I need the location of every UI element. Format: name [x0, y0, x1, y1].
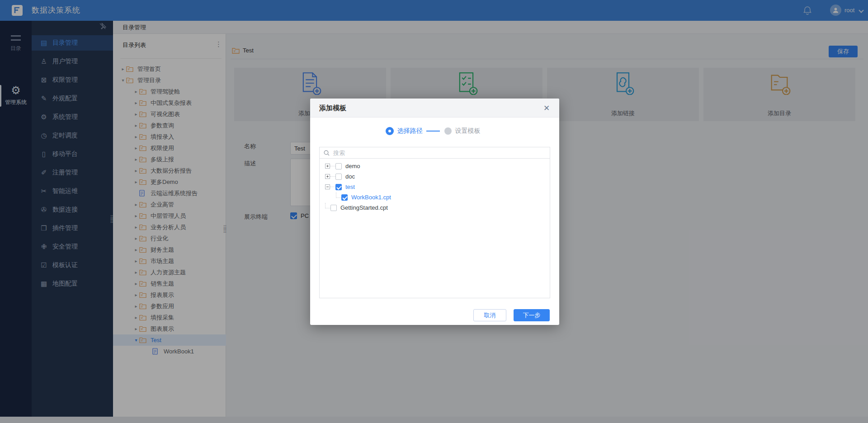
modal-tree-item[interactable]: GettingStarted.cpt [320, 202, 550, 213]
search-icon [324, 150, 330, 156]
collapse-minus-icon[interactable] [325, 184, 330, 189]
dialog-header: 添加模板 ✕ [310, 99, 559, 118]
step-indicator: 选择路径 设置模板 [310, 127, 559, 135]
expand-plus-icon[interactable] [325, 164, 330, 169]
step-connector [426, 131, 440, 132]
modal-tree-item[interactable]: demo [320, 161, 550, 171]
modal-tree-item-label: WorkBook1.cpt [351, 194, 391, 201]
template-tree: demodoctestWorkBook1.cptGettingStarted.c… [319, 159, 550, 298]
add-template-dialog: 添加模板 ✕ 选择路径 设置模板 demodoctestWorkBook1.cp… [310, 99, 559, 325]
tree-connector [336, 193, 341, 198]
modal-tree-item-label: GettingStarted.cpt [340, 204, 388, 211]
checkbox[interactable] [330, 205, 337, 211]
next-step-button[interactable]: 下一步 [514, 309, 550, 321]
modal-tree-item-label: doc [345, 173, 355, 180]
template-search [319, 147, 550, 159]
step1-radio-icon [386, 127, 394, 135]
checkbox[interactable] [341, 194, 348, 201]
step2-label: 设置模板 [455, 127, 481, 135]
tree-connector [325, 203, 330, 208]
checkbox[interactable] [335, 174, 342, 180]
step1-label: 选择路径 [397, 127, 423, 135]
modal-tree-item-label: demo [345, 163, 360, 169]
modal-tree-item[interactable]: WorkBook1.cpt [320, 192, 550, 202]
checkbox[interactable] [335, 184, 342, 190]
modal-tree-item-label: test [345, 183, 355, 190]
modal-tree-item[interactable]: test [320, 182, 550, 192]
expand-plus-icon[interactable] [325, 174, 330, 179]
cancel-button[interactable]: 取消 [473, 309, 506, 321]
checkbox[interactable] [335, 163, 342, 169]
step2-dot-icon [444, 127, 452, 135]
dialog-title: 添加模板 [319, 99, 346, 118]
search-input[interactable] [333, 150, 550, 156]
modal-tree-item[interactable]: doc [320, 171, 550, 182]
close-icon[interactable]: ✕ [542, 103, 551, 113]
